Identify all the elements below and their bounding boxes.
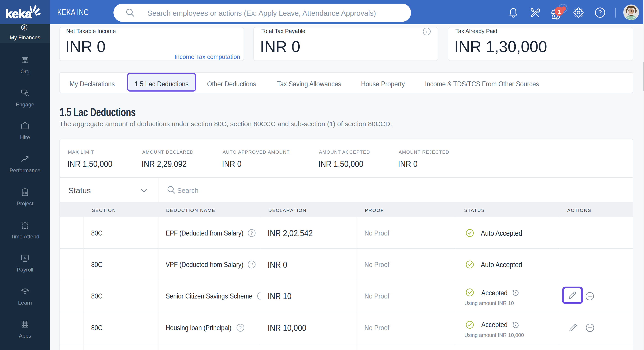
- svg-text:?: ?: [250, 231, 253, 236]
- svg-text:$: $: [24, 256, 26, 260]
- svg-text:$: $: [23, 26, 26, 30]
- svg-text:keka: keka: [6, 7, 32, 20]
- svg-text:?: ?: [239, 325, 242, 330]
- svg-text:?: ?: [250, 262, 253, 267]
- svg-text:?: ?: [598, 9, 602, 16]
